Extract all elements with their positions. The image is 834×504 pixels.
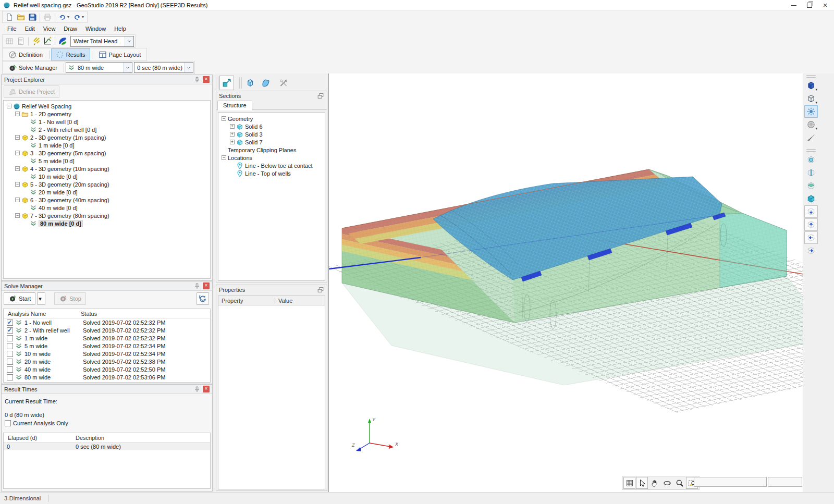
menu-item[interactable]: View bbox=[39, 24, 60, 33]
print-button[interactable] bbox=[42, 12, 53, 22]
contour-parameter-combo[interactable]: Water Total Head bbox=[70, 36, 134, 47]
analysis-row[interactable]: 10 m wide Solved 2019-07-02 02:52:34 PM bbox=[4, 350, 210, 358]
new-button[interactable] bbox=[4, 12, 15, 22]
combo-dropdown-button[interactable] bbox=[123, 63, 132, 72]
project-tree-item[interactable]: 1 - 2D geometry bbox=[4, 110, 210, 118]
pin-icon[interactable] bbox=[193, 282, 201, 290]
column-header-property[interactable]: Property bbox=[218, 298, 275, 304]
current-analysis-only-checkbox[interactable] bbox=[5, 420, 11, 426]
nav-button[interactable] bbox=[648, 477, 660, 489]
redo-dropdown[interactable]: ▾ bbox=[82, 15, 86, 19]
menu-item[interactable]: Draw bbox=[59, 24, 81, 33]
project-tree-item[interactable]: 5 m wide [0 d] bbox=[4, 157, 210, 165]
start-dropdown-button[interactable]: ▾ bbox=[37, 292, 45, 305]
float-icon[interactable] bbox=[317, 92, 324, 100]
project-tree-item[interactable]: 80 m wide [0 d] bbox=[4, 219, 210, 227]
dropdown-arrow[interactable]: ▾ bbox=[815, 127, 817, 131]
draw-graph-button[interactable] bbox=[42, 36, 53, 46]
analysis-row[interactable]: 80 m wide Solved 2019-07-02 02:53:06 PM bbox=[4, 373, 210, 381]
open-button[interactable] bbox=[15, 12, 27, 22]
tab-structure[interactable]: Structure bbox=[217, 101, 252, 110]
toolbar-grip[interactable] bbox=[239, 77, 242, 89]
analysis-checkbox[interactable] bbox=[7, 327, 13, 334]
clip-tool-button[interactable] bbox=[804, 205, 818, 218]
save-button[interactable] bbox=[27, 12, 38, 22]
toolbar-grip[interactable] bbox=[806, 75, 816, 78]
tab-results[interactable]: Results bbox=[51, 48, 90, 60]
structure-tree-item[interactable]: Locations bbox=[218, 154, 325, 162]
project-tree-item[interactable]: 1 m wide [0 d] bbox=[4, 141, 210, 149]
project-tree-item[interactable]: 6 - 3D geometry (40m spacing) bbox=[4, 196, 210, 204]
tree-toggle[interactable] bbox=[222, 155, 226, 160]
tree-toggle[interactable] bbox=[15, 112, 20, 116]
analysis-row[interactable]: 2 - With relief well Solved 2019-07-02 0… bbox=[4, 326, 210, 334]
column-header-value[interactable]: Value bbox=[275, 298, 292, 304]
report-button[interactable] bbox=[15, 36, 27, 46]
close-icon[interactable]: × bbox=[203, 282, 210, 289]
redo-button[interactable] bbox=[71, 12, 83, 22]
stop-button[interactable]: Stop bbox=[54, 292, 86, 305]
restore-button[interactable] bbox=[802, 0, 817, 10]
view-tool-button[interactable]: ▾ bbox=[804, 79, 818, 92]
clip-tool-button[interactable] bbox=[804, 244, 818, 257]
project-tree-item[interactable]: 20 m wide [0 d] bbox=[4, 188, 210, 196]
menu-item[interactable]: Window bbox=[81, 24, 110, 33]
close-button[interactable]: × bbox=[817, 0, 833, 10]
menu-item[interactable]: Edit bbox=[21, 24, 39, 33]
structure-tree-item[interactable]: Solid 6 bbox=[218, 122, 325, 130]
analysis-checkbox[interactable] bbox=[7, 343, 13, 349]
project-tree-item[interactable]: 2 - With relief well [0 d] bbox=[4, 126, 210, 133]
structure-tree-item[interactable]: Line - Below toe at contact bbox=[218, 162, 325, 169]
minimize-button[interactable] bbox=[786, 0, 802, 10]
tree-toggle[interactable] bbox=[15, 135, 20, 140]
project-tree-item[interactable]: 4 - 3D geometry (10m spacing) bbox=[4, 165, 210, 173]
structure-tree-item[interactable]: Geometry bbox=[218, 115, 325, 122]
project-tree-item[interactable]: 2 - 3D geometry (1m spacing) bbox=[4, 133, 210, 141]
pin-icon[interactable] bbox=[193, 76, 201, 83]
tree-toggle[interactable] bbox=[15, 166, 20, 171]
project-tree-item[interactable]: 1 - No well [0 d] bbox=[4, 118, 210, 126]
menu-item[interactable]: Help bbox=[110, 24, 130, 33]
toolbar-grip[interactable] bbox=[216, 77, 218, 89]
tree-toggle[interactable] bbox=[230, 132, 235, 137]
surface-view-button[interactable] bbox=[259, 76, 273, 90]
start-button[interactable]: Start bbox=[4, 292, 35, 305]
analysis-checkbox[interactable] bbox=[7, 335, 13, 341]
tree-toggle[interactable] bbox=[15, 151, 20, 155]
view-tool-button[interactable]: ▾ bbox=[804, 118, 818, 131]
pin-icon[interactable] bbox=[193, 386, 201, 393]
toolbar-grip[interactable] bbox=[806, 149, 816, 152]
3d-model-view[interactable]: Y X Z bbox=[329, 73, 803, 492]
view-tool-button[interactable] bbox=[804, 131, 818, 144]
refresh-button[interactable] bbox=[197, 292, 209, 305]
project-tree-item[interactable]: Relief Well Spacing bbox=[4, 102, 210, 110]
solve-manager-toggle-button[interactable]: Solve Manager bbox=[4, 62, 62, 73]
project-tree-item[interactable]: 3 - 3D geometry (5m spacing) bbox=[4, 149, 210, 157]
tree-toggle[interactable] bbox=[15, 182, 20, 187]
analysis-row[interactable]: 40 m wide Solved 2019-07-02 02:52:50 PM bbox=[4, 365, 210, 373]
structure-tree-item[interactable]: Solid 3 bbox=[218, 130, 325, 138]
clip-tool-button[interactable] bbox=[804, 231, 818, 244]
view-tool-button[interactable]: ▾ bbox=[804, 92, 818, 105]
view-tool-button[interactable] bbox=[804, 105, 818, 118]
close-icon[interactable]: × bbox=[203, 76, 210, 83]
analysis-checkbox[interactable] bbox=[7, 366, 13, 373]
undo-button[interactable] bbox=[57, 12, 68, 22]
draw-vectors-button[interactable] bbox=[30, 36, 42, 46]
column-header-status[interactable]: Status bbox=[81, 311, 97, 317]
clip-tool-button[interactable] bbox=[804, 218, 818, 231]
current-time-combo[interactable]: 0 sec (80 m wide) bbox=[134, 62, 193, 73]
tree-toggle[interactable] bbox=[230, 140, 235, 144]
contours-button[interactable] bbox=[57, 36, 68, 46]
analysis-row[interactable]: 5 m wide Solved 2019-07-02 02:52:34 PM bbox=[4, 342, 210, 350]
result-time-row[interactable]: 0 0 sec (80 m wide) bbox=[4, 442, 210, 450]
clip-tool-button[interactable] bbox=[804, 166, 818, 179]
float-icon[interactable] bbox=[317, 286, 324, 293]
current-analysis-combo[interactable]: 80 m wide bbox=[66, 62, 132, 73]
nav-button[interactable] bbox=[661, 477, 673, 489]
column-header-description[interactable]: Description bbox=[76, 435, 104, 441]
project-tree-item[interactable]: 10 m wide [0 d] bbox=[4, 173, 210, 180]
undo-dropdown[interactable]: ▾ bbox=[67, 15, 71, 19]
structure-tree-item[interactable]: Line - Top of wells bbox=[218, 169, 325, 177]
solid-view-button[interactable] bbox=[243, 76, 257, 90]
